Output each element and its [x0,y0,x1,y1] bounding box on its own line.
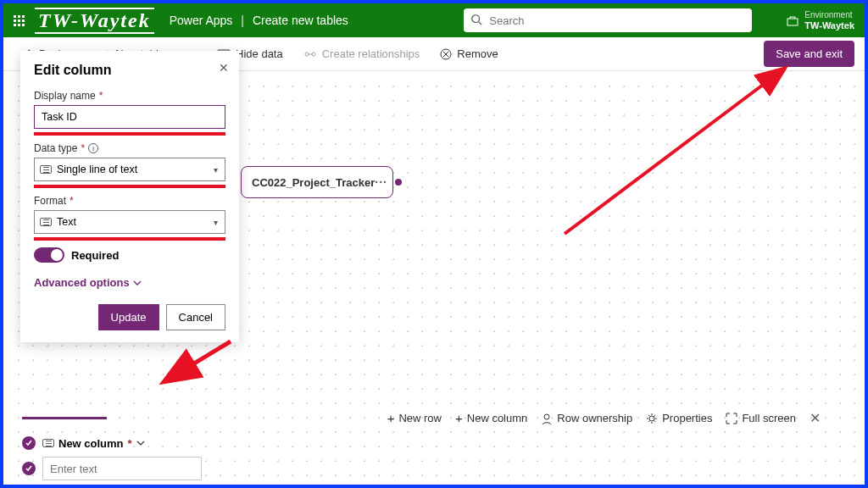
close-icon[interactable]: ✕ [219,61,229,75]
column-header[interactable]: New column* [42,437,145,450]
grid-toolbar: +New row +New column Row ownership Prope… [387,410,821,426]
svg-point-12 [649,416,654,421]
more-icon[interactable]: ··· [375,175,387,189]
create-relationships-button: Create relationships [295,42,429,65]
environment-picker[interactable]: Environment TW-Waytek [804,9,854,31]
person-icon [541,413,553,424]
brand-logo: TW-Waytek [35,8,154,34]
svg-point-5 [305,53,309,56]
text-type-icon [40,218,52,226]
format-select[interactable]: Text▾ [34,210,225,234]
annotation-underline [34,237,225,241]
svg-point-0 [472,15,480,23]
required-label: Required [71,249,119,262]
display-name-label: Display name* [34,90,225,102]
row-checkbox[interactable] [22,462,36,475]
svg-rect-2 [787,19,798,25]
cancel-button[interactable]: Cancel [166,304,225,330]
full-screen-button[interactable]: Full screen [726,412,796,424]
new-column-button[interactable]: +New column [455,411,527,425]
save-and-exit-button[interactable]: Save and exit [764,41,854,67]
edit-column-panel: ✕ Edit column Display name* Data type*i … [20,51,239,342]
app-launcher-icon[interactable] [14,15,25,26]
properties-button[interactable]: Properties [646,412,712,424]
breadcrumb: Power Apps | Create new tables [170,14,348,27]
relationships-icon [303,49,317,59]
annotation-underline [34,132,225,136]
data-grid: +New row +New column Row ownership Prope… [22,417,848,480]
fullscreen-icon [726,413,737,424]
search-icon [470,14,482,25]
select-all-checkbox[interactable] [22,436,36,450]
chevron-down-icon [133,279,142,287]
text-type-icon [42,439,54,447]
format-label: Format* [34,195,225,207]
header: TW-Waytek Power Apps | Create new tables… [3,3,865,37]
data-type-select[interactable]: Single line of text▾ [34,158,225,181]
environment-icon [786,14,799,27]
row-ownership-button[interactable]: Row ownership [541,412,632,424]
table-node-label: CC022_Project_Tracker [252,176,375,189]
node-connector[interactable] [395,179,402,186]
update-button[interactable]: Update [98,304,159,330]
search-input[interactable] [464,8,752,32]
new-row-button[interactable]: +New row [387,411,442,425]
breadcrumb-page: Create new tables [253,14,348,27]
chevron-down-icon[interactable] [136,439,145,447]
gear-icon [646,413,658,424]
info-icon[interactable]: i [88,143,98,153]
svg-point-11 [544,414,549,419]
cell-input[interactable] [42,457,202,480]
breadcrumb-app[interactable]: Power Apps [170,14,233,27]
remove-icon [440,48,452,60]
remove-button[interactable]: Remove [431,42,506,65]
chevron-down-icon: ▾ [214,165,218,175]
advanced-options-toggle[interactable]: Advanced options [34,276,225,289]
annotation-underline [34,185,225,188]
required-toggle[interactable] [34,247,64,263]
svg-point-6 [312,53,315,56]
display-name-input[interactable] [34,105,225,129]
svg-line-1 [479,22,482,25]
table-node[interactable]: CC022_Project_Tracker ··· [241,166,393,198]
data-type-label: Data type*i [34,142,225,154]
text-type-icon [40,165,52,174]
panel-title: Edit column [34,63,225,78]
close-grid-button[interactable]: ✕ [810,410,821,426]
chevron-down-icon: ▾ [214,218,218,227]
